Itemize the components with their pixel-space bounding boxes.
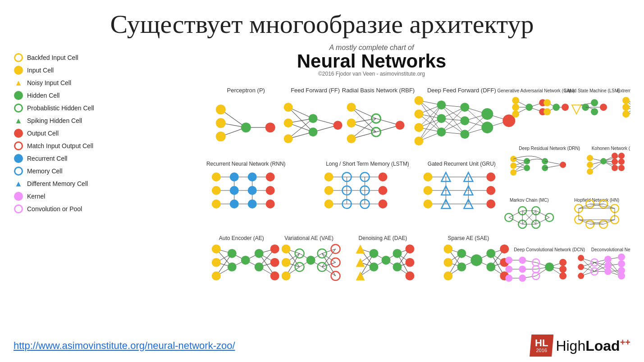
svg-point-8 — [241, 122, 251, 132]
svg-point-119 — [324, 172, 333, 181]
hl-badge: HL 2016 — [530, 335, 553, 357]
svg-point-176 — [228, 262, 237, 272]
legend-label-hidden: Hidden Cell — [27, 92, 59, 99]
svg-point-9 — [265, 122, 275, 132]
svg-point-24 — [333, 121, 343, 130]
svg-point-178 — [255, 249, 264, 258]
svg-point-99 — [230, 186, 239, 195]
svg-point-361 — [600, 158, 607, 164]
svg-point-259 — [457, 249, 466, 258]
svg-point-365 — [618, 153, 625, 159]
legend-label-recurrent: Recurrent Cell — [27, 155, 67, 162]
svg-text:Perceptron (P): Perceptron (P) — [227, 87, 265, 94]
svg-text:Long / Short Term Memory (LSTM: Long / Short Term Memory (LSTM) — [326, 161, 409, 167]
svg-point-347 — [560, 162, 566, 168]
svg-point-6 — [216, 131, 226, 141]
svg-point-97 — [212, 199, 221, 208]
svg-marker-229 — [356, 258, 365, 267]
svg-point-103 — [248, 199, 257, 208]
svg-point-121 — [324, 199, 333, 208]
legend-label-output: Output Cell — [27, 130, 59, 137]
svg-point-54 — [414, 109, 423, 118]
svg-point-339 — [510, 163, 516, 169]
hidden-icon — [14, 90, 23, 100]
svg-point-145 — [423, 199, 432, 208]
svg-point-522 — [545, 262, 554, 272]
svg-point-36 — [347, 134, 356, 143]
svg-point-283 — [544, 108, 551, 115]
svg-point-354 — [587, 168, 593, 175]
svg-point-75 — [460, 103, 469, 112]
svg-point-23 — [309, 127, 318, 136]
legend-label-conv: Convolution or Pool — [27, 205, 82, 213]
legend-label-backfed: Backfed Input Cell — [27, 54, 78, 61]
svg-point-205 — [306, 256, 315, 265]
svg-point-153 — [486, 186, 495, 195]
spiking-icon: ▲ — [14, 116, 23, 126]
svg-point-257 — [443, 258, 452, 267]
hl-badge-year: 2016 — [536, 348, 547, 353]
hl-text-load: Load — [585, 337, 620, 353]
legend-label-input: Input Cell — [27, 67, 54, 74]
legend-item-diff-memory: ▲ Different Memory Cell — [14, 179, 113, 189]
svg-text:Generative Adversarial Network: Generative Adversarial Network (GAN) — [497, 88, 574, 93]
svg-text:Deep Feed Forward (DFF): Deep Feed Forward (DFF) — [427, 87, 496, 94]
footer-link[interactable]: http://www.asimovinstitute.org/neural-ne… — [14, 340, 235, 352]
svg-point-513 — [505, 257, 512, 264]
svg-point-201 — [282, 258, 291, 267]
svg-point-56 — [414, 136, 423, 145]
legend-item-kernel: Kernel — [14, 191, 113, 201]
svg-point-235 — [393, 262, 402, 272]
svg-point-547 — [578, 273, 584, 279]
svg-point-177 — [241, 256, 250, 265]
legend-item-output: Output Cell — [14, 128, 113, 138]
svg-point-68 — [437, 127, 446, 136]
legend-item-noisy: ▲ Noisy Input Cell — [14, 78, 113, 88]
svg-point-67 — [437, 114, 446, 123]
svg-point-353 — [587, 162, 593, 168]
svg-point-234 — [393, 249, 402, 258]
svg-point-231 — [370, 249, 379, 258]
legend-label-diff-memory: Different Memory Cell — [27, 180, 88, 187]
svg-point-305 — [622, 104, 630, 111]
svg-point-514 — [505, 266, 512, 273]
page-title: Существует многообразие архитектур — [14, 9, 630, 39]
svg-text:Extreme Learning Machine (ELM): Extreme Learning Machine (ELM) — [617, 88, 630, 93]
svg-point-81 — [481, 122, 493, 133]
legend-item-spiking: ▲ Spiking Hidden Cell — [14, 116, 113, 126]
svg-point-144 — [423, 186, 432, 195]
svg-point-102 — [248, 186, 257, 195]
svg-point-550 — [604, 256, 612, 263]
conv-icon — [14, 204, 23, 214]
svg-text:Radial Basis Network (RBF): Radial Basis Network (RBF) — [342, 87, 415, 94]
svg-point-22 — [309, 114, 318, 123]
legend-label-match: Match Input Output Cell — [27, 142, 93, 149]
svg-point-515 — [505, 275, 512, 282]
svg-point-232 — [370, 262, 379, 272]
slide: Существует многообразие архитектур Backf… — [0, 0, 644, 362]
svg-point-237 — [405, 258, 414, 267]
svg-point-130 — [378, 199, 387, 208]
kernel-icon — [14, 191, 23, 201]
svg-point-294 — [600, 104, 607, 111]
svg-point-100 — [230, 199, 239, 208]
svg-text:Sparse AE (SAE): Sparse AE (SAE) — [448, 235, 489, 241]
svg-point-263 — [486, 262, 495, 272]
legend: Backfed Input Cell Input Cell ▲ Noisy In… — [14, 44, 113, 323]
input-icon — [14, 65, 23, 75]
svg-point-362 — [612, 153, 618, 159]
svg-point-306 — [622, 110, 630, 118]
svg-point-264 — [500, 244, 509, 253]
svg-point-96 — [212, 186, 221, 195]
legend-item-conv: Convolution or Pool — [14, 204, 113, 214]
memory-icon — [14, 166, 23, 176]
svg-point-545 — [578, 255, 584, 261]
svg-point-554 — [618, 260, 625, 267]
nn-diagram: Perceptron (P) Feed Forward (FF) — [113, 81, 630, 323]
svg-point-181 — [270, 258, 279, 267]
svg-point-104 — [266, 172, 275, 181]
svg-point-19 — [284, 103, 293, 112]
svg-point-341 — [524, 158, 530, 164]
svg-point-304 — [622, 97, 630, 104]
svg-point-180 — [270, 244, 279, 253]
